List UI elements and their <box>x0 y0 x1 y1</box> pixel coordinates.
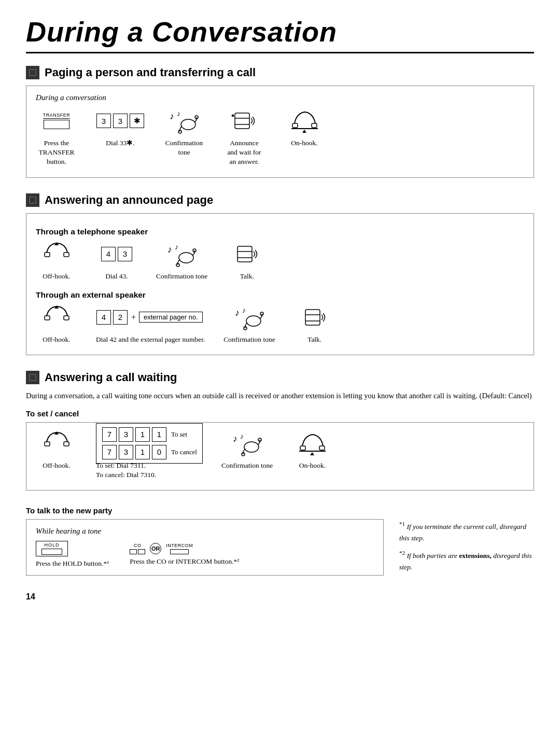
talk-2a-icon <box>231 241 262 268</box>
set-cancel-box: Off-hook. 7 3 1 1 To set 7 3 1 <box>26 422 534 491</box>
step-off-hook-2a-label: Off-hook. <box>43 272 70 281</box>
svg-rect-19 <box>45 253 50 257</box>
step-talk-2b-label: Talk. <box>307 335 321 344</box>
step-dial-33star: 3 3 ✱ Dial 33✱. <box>96 107 145 148</box>
conf-tone-3-icon: ♪ ♪ <box>232 430 263 457</box>
section1-box: During a conversation TRANSFER Press the… <box>26 86 534 178</box>
subsection2-2-steps: Off-hook. 4 2 + external pager no. Dial … <box>36 304 524 344</box>
cancel-label: To cancel <box>171 448 197 456</box>
section3-icon <box>26 371 39 384</box>
svg-point-5 <box>181 119 195 130</box>
step-press-transfer-label: Press the TRANSFER button. <box>38 138 74 167</box>
bottom-right: *1 If you terminate the current call, di… <box>399 519 534 573</box>
subsection2-1-steps: Off-hook. 4 3 Dial 43. ♪ ♪ <box>36 241 524 281</box>
section3-header: Answering a call waiting <box>26 371 534 384</box>
step-dial-33star-label: Dial 33✱. <box>106 138 135 148</box>
step-dial-42-ext: 4 2 + external pager no. Dial 42 and the… <box>96 304 205 344</box>
set-cancel-label: To set / cancel <box>26 409 534 418</box>
keys-33star-icon: 3 3 ✱ <box>96 107 145 134</box>
talk-2b-icon <box>299 304 330 331</box>
set-label: To set <box>171 430 187 439</box>
step-off-hook-3: Off-hook. <box>36 430 77 470</box>
talk-step2: CO OR INTERCOM Press t <box>130 543 239 566</box>
step-conf-tone-3-label: Confirmation tone <box>221 461 273 470</box>
talk-step1: HOLD Press the HOLD button.*¹ <box>36 541 109 568</box>
svg-rect-27 <box>237 246 252 262</box>
section3-body-text: During a conversation, a call waiting to… <box>26 390 534 402</box>
section2-icon <box>26 193 39 207</box>
step-conf-tone-2b: ♪ ♪ Confirmation tone <box>223 304 275 344</box>
co-intercom-icon: CO OR INTERCOM <box>130 543 193 554</box>
off-hook-3-icon <box>43 430 71 457</box>
svg-rect-45 <box>64 442 69 446</box>
section1-box-label: During a conversation <box>36 93 524 102</box>
talk-steps-row: HOLD Press the HOLD button.*¹ CO <box>36 541 374 568</box>
svg-rect-20 <box>64 253 69 257</box>
section2-box: Through a telephone speaker Off-hook. 4 … <box>26 213 534 355</box>
page-number: 14 <box>26 592 534 602</box>
svg-rect-2 <box>30 70 35 75</box>
talk-box-label: While hearing a tone <box>36 527 374 536</box>
keys-7311-7310-icon: 7 3 1 1 To set 7 3 1 0 To cancel <box>96 430 203 457</box>
svg-text:♪: ♪ <box>167 244 172 255</box>
bottom-left: While hearing a tone HOLD Press the HOLD… <box>26 519 384 580</box>
svg-point-11 <box>232 115 234 117</box>
step-conf-tone-3: ♪ ♪ Confirmation tone <box>221 430 273 470</box>
section1-title: Paging a person and transferring a call <box>45 66 256 79</box>
section1-icon <box>26 66 39 79</box>
section3-title: Answering a call waiting <box>45 371 177 384</box>
svg-rect-53 <box>319 446 325 450</box>
svg-rect-13 <box>312 123 317 128</box>
page-title: During a Conversation <box>26 16 534 48</box>
step-on-hook-3: On-hook. <box>291 430 333 470</box>
step-talk-2a: Talk. <box>226 241 268 281</box>
svg-rect-38 <box>305 310 320 325</box>
step-off-hook-3-label: Off-hook. <box>43 461 70 470</box>
svg-rect-12 <box>292 123 298 128</box>
step-dial-7311-7310: 7 3 1 1 To set 7 3 1 0 To cancel To s <box>96 430 203 480</box>
svg-marker-55 <box>310 452 314 455</box>
conf-tone-2a-icon: ♪ ♪ <box>166 241 198 268</box>
svg-rect-31 <box>64 316 69 320</box>
step-press-transfer: TRANSFER Press the TRANSFER button. <box>36 107 77 167</box>
section1-steps-row: TRANSFER Press the TRANSFER button. 3 3 … <box>36 107 524 167</box>
step-conf-tone-2b-label: Confirmation tone <box>223 335 275 344</box>
svg-text:♪: ♪ <box>177 110 180 118</box>
footnote2: *2 If both parties are extensions, disre… <box>399 548 534 573</box>
title-underline <box>26 52 534 53</box>
on-hook-3-icon <box>298 430 327 457</box>
svg-rect-18 <box>30 198 35 203</box>
svg-point-49 <box>244 442 259 452</box>
step-off-hook-2b: Off-hook. <box>36 304 77 344</box>
announce-icon <box>229 107 260 134</box>
step-dial-43-label: Dial 43. <box>105 272 128 281</box>
bottom-row: While hearing a tone HOLD Press the HOLD… <box>26 519 534 580</box>
subsection2-1-title: Through a telephone speaker <box>36 227 524 236</box>
section2-header: Answering an announced page <box>26 193 534 207</box>
step-confirmation-tone-1: ♪ ♪ Confirmationtone <box>163 107 205 157</box>
step-dial-42-ext-label: Dial 42 and the external pager number. <box>96 335 205 344</box>
svg-text:♪: ♪ <box>235 307 240 318</box>
step-talk-2b: Talk. <box>294 304 335 344</box>
step-announce-label: Announceand wait foran answer. <box>227 138 261 167</box>
svg-rect-52 <box>300 446 305 450</box>
footnote1: *1 If you terminate the current call, di… <box>399 519 534 544</box>
keys-43-icon: 4 3 <box>101 241 133 268</box>
svg-text:♪: ♪ <box>170 111 174 121</box>
section1-header: Paging a person and transferring a call <box>26 66 534 79</box>
on-hook-1-icon <box>290 107 319 134</box>
svg-rect-30 <box>45 316 50 320</box>
step-conf-tone-2a: ♪ ♪ Confirmation tone <box>156 241 207 281</box>
set-cancel-steps-row: Off-hook. 7 3 1 1 To set 7 3 1 <box>36 430 524 480</box>
step-on-hook-1-label: On-hook. <box>291 138 317 148</box>
talk-step1-label: Press the HOLD button.*¹ <box>36 560 109 568</box>
hold-icon: HOLD <box>36 541 68 556</box>
off-hook-2b-icon <box>43 304 71 331</box>
step-conf-tone-1-label: Confirmationtone <box>165 138 203 157</box>
step-talk-2a-label: Talk. <box>240 272 254 281</box>
conf-tone-1-icon: ♪ ♪ <box>169 107 200 134</box>
off-hook-2a-icon <box>43 241 71 268</box>
talk-step2-label: Press the CO or INTERCOM button.*² <box>130 557 239 566</box>
step-dial-7311-7310-label: To set: Dial 7311. To cancel: Dial 7310. <box>96 461 156 480</box>
step-on-hook-1: On-hook. <box>284 107 325 148</box>
